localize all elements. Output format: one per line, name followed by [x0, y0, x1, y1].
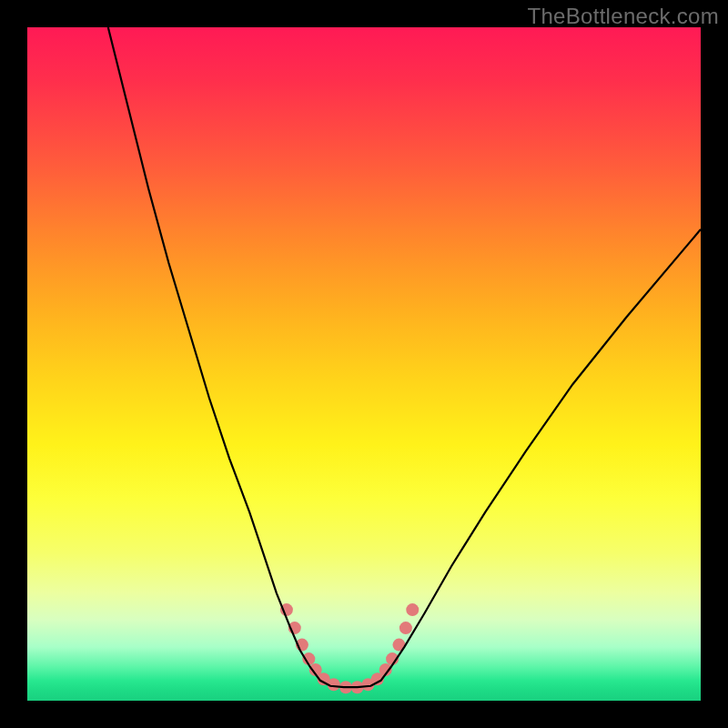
- chart-svg: [27, 27, 701, 701]
- markers-group: [280, 603, 419, 693]
- highlight-marker: [406, 603, 419, 616]
- plot-area: [27, 27, 701, 701]
- outer-frame: TheBottleneck.com: [0, 0, 728, 728]
- highlight-marker: [399, 622, 412, 634]
- watermark-text: TheBottleneck.com: [527, 4, 719, 29]
- bottleneck-curve: [108, 27, 701, 687]
